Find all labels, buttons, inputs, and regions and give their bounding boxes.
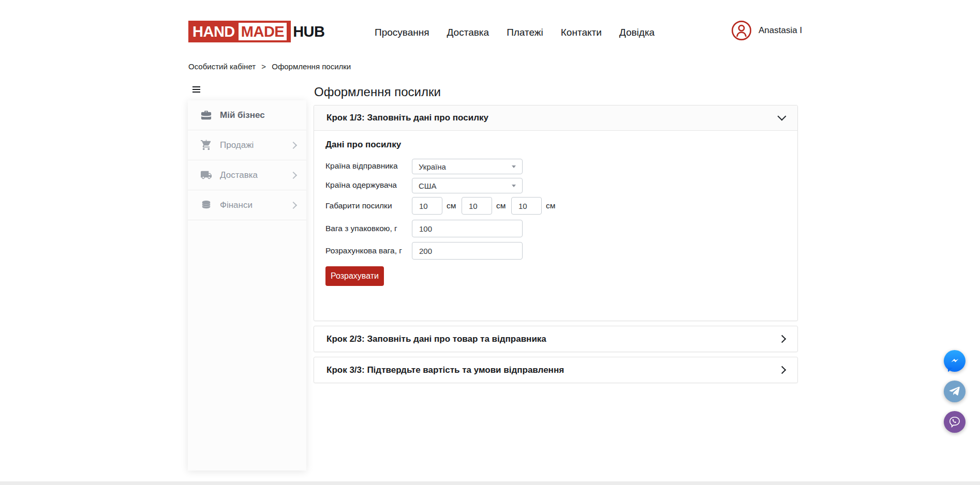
sender-country-value: Україна bbox=[419, 162, 446, 171]
dimension-width-input[interactable] bbox=[462, 197, 492, 215]
unit-cm: см bbox=[496, 201, 506, 210]
sender-country-label: Країна відправника bbox=[325, 161, 398, 171]
handmade-hub-logo[interactable]: HANDMADE HUB bbox=[188, 21, 325, 42]
sender-country-select[interactable]: Україна bbox=[412, 159, 523, 174]
chevron-right-icon bbox=[290, 141, 297, 148]
nav-item-promotion[interactable]: Просування bbox=[375, 27, 429, 38]
step-1-header[interactable]: Крок 1/3: Заповніть дані про посилку bbox=[314, 105, 797, 131]
coins-icon bbox=[200, 199, 212, 211]
user-circle-icon bbox=[731, 20, 752, 41]
sidebar-item-label: Фінанси bbox=[220, 200, 253, 210]
breadcrumb-cabinet[interactable]: Особистий кабінет bbox=[188, 62, 256, 71]
logo-red-box: HANDMADE bbox=[188, 21, 291, 42]
cart-arrow-down-icon bbox=[200, 139, 212, 151]
caret-down-icon bbox=[512, 185, 516, 187]
messenger-button[interactable] bbox=[944, 350, 966, 372]
breadcrumb-current: Оформлення посилки bbox=[272, 62, 351, 71]
main-nav: Просування Доставка Платежі Контакти Дов… bbox=[375, 27, 655, 38]
hamburger-icon[interactable] bbox=[192, 86, 200, 93]
page: HANDMADE HUB Просування Доставка Платежі… bbox=[0, 0, 980, 485]
logo-made: MADE bbox=[239, 23, 287, 40]
sidebar-item-sales[interactable]: Продажі bbox=[188, 130, 306, 160]
parcel-data-heading: Дані про посилку bbox=[325, 140, 401, 150]
dimension-length-input[interactable] bbox=[412, 197, 442, 215]
viber-button[interactable] bbox=[944, 411, 966, 433]
recipient-country-label: Країна одержувача bbox=[325, 180, 397, 190]
step-3-title: Крок 3/3: Підтвердьте вартість та умови … bbox=[326, 365, 564, 375]
nav-item-delivery[interactable]: Доставка bbox=[447, 27, 489, 38]
step-2-title: Крок 2/3: Заповніть дані про товар та ві… bbox=[326, 334, 546, 344]
sidebar-item-label: Мій бізнес bbox=[220, 110, 265, 120]
recipient-country-select[interactable]: США bbox=[412, 178, 523, 193]
chevron-down-icon bbox=[778, 112, 786, 121]
chevron-right-icon bbox=[290, 171, 297, 178]
chevron-right-icon bbox=[290, 201, 297, 208]
breadcrumb: Особистий кабінет > Оформлення посилки bbox=[188, 62, 351, 71]
messenger-icon bbox=[948, 354, 961, 368]
step-1-card: Крок 1/3: Заповніть дані про посилку Дан… bbox=[314, 105, 798, 321]
caret-down-icon bbox=[512, 165, 516, 168]
step-1-title: Крок 1/3: Заповніть дані про посилку bbox=[326, 113, 488, 123]
briefcase-icon bbox=[200, 109, 212, 121]
user-account[interactable]: Anastasia I bbox=[731, 20, 802, 41]
step-2-header[interactable]: Крок 2/3: Заповніть дані про товар та ві… bbox=[314, 326, 798, 352]
unit-cm: см bbox=[546, 201, 555, 210]
chevron-right-icon bbox=[778, 366, 786, 374]
chevron-right-icon bbox=[778, 335, 786, 343]
breadcrumb-separator: > bbox=[261, 62, 266, 71]
viber-icon bbox=[948, 415, 961, 429]
recipient-country-value: США bbox=[419, 181, 437, 190]
footer-edge bbox=[0, 481, 980, 485]
dimension-height-input[interactable] bbox=[511, 197, 542, 215]
page-title: Оформлення посилки bbox=[314, 85, 441, 99]
unit-cm: см bbox=[447, 201, 456, 210]
weight-packed-input[interactable] bbox=[412, 220, 523, 237]
logo-hub: HUB bbox=[291, 23, 324, 40]
sidebar-item-my-business[interactable]: Мій бізнес bbox=[188, 100, 306, 130]
weight-calculated-input[interactable] bbox=[412, 242, 523, 260]
logo-hand: HAND bbox=[192, 23, 235, 40]
sidebar-item-label: Доставка bbox=[220, 170, 258, 180]
truck-icon bbox=[200, 169, 212, 181]
sidebar-item-label: Продажі bbox=[220, 140, 254, 150]
user-name: Anastasia I bbox=[759, 25, 802, 36]
dimensions-label: Габарити посилки bbox=[325, 201, 392, 210]
nav-item-payments[interactable]: Платежі bbox=[507, 27, 543, 38]
sidebar-item-delivery[interactable]: Доставка bbox=[188, 160, 306, 190]
telegram-button[interactable] bbox=[944, 381, 966, 402]
step-3-header[interactable]: Крок 3/3: Підтвердьте вартість та умови … bbox=[314, 357, 798, 383]
weight-packed-label: Вага з упаковкою, г bbox=[325, 224, 397, 233]
sidebar-item-finance[interactable]: Фінанси bbox=[188, 190, 306, 220]
sidebar: Мій бізнес Продажі Доставка Фінанси bbox=[188, 100, 306, 471]
nav-item-help[interactable]: Довідка bbox=[619, 27, 655, 38]
telegram-icon bbox=[948, 385, 961, 398]
weight-calculated-label: Розрахункова вага, г bbox=[325, 246, 402, 255]
calculate-button[interactable]: Розрахувати bbox=[325, 266, 384, 286]
nav-item-contacts[interactable]: Контакти bbox=[561, 27, 602, 38]
